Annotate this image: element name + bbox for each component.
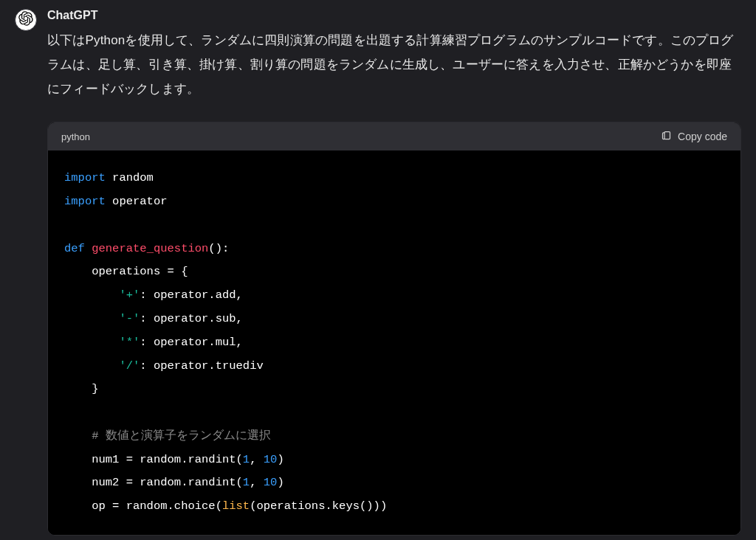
code-language-label: python xyxy=(61,131,90,142)
svg-rect-0 xyxy=(664,132,670,139)
assistant-text: 以下はPythonを使用して、ランダムに四則演算の問題を出題する計算練習プログラ… xyxy=(47,28,741,101)
message-body: ChatGPT 以下はPythonを使用して、ランダムに四則演算の問題を出題する… xyxy=(47,7,741,536)
clipboard-icon xyxy=(661,130,672,143)
code-body: import random import operator def genera… xyxy=(48,150,740,534)
code-block: python Copy code import random import op… xyxy=(47,122,741,535)
copy-code-button[interactable]: Copy code xyxy=(661,130,727,143)
copy-code-label: Copy code xyxy=(678,131,727,142)
code-header: python Copy code xyxy=(48,122,740,150)
assistant-avatar xyxy=(15,9,37,31)
assistant-name: ChatGPT xyxy=(47,9,741,22)
assistant-message: ChatGPT 以下はPythonを使用して、ランダムに四則演算の問題を出題する… xyxy=(0,0,756,536)
code-content[interactable]: import random import operator def genera… xyxy=(64,167,738,518)
openai-logo-icon xyxy=(18,11,33,29)
